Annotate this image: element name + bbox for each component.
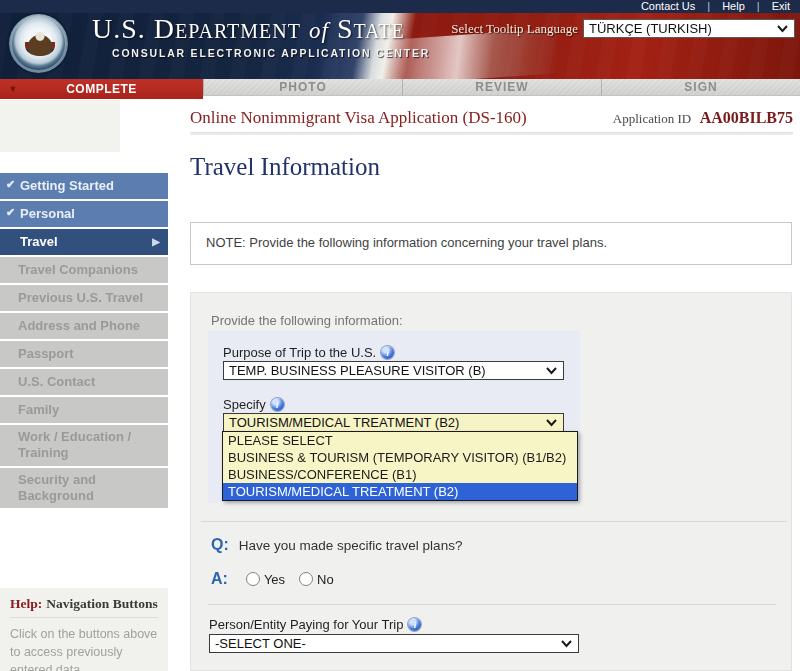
arrow-right-icon: ▶	[152, 236, 160, 249]
sidebar-item-label: Address and Phone	[18, 318, 140, 334]
help-link[interactable]: Help	[722, 0, 745, 13]
help-panel-title: Help:Navigation Buttons	[10, 596, 158, 618]
payer-label: Person/Entity Paying for Your Trip i	[209, 617, 421, 632]
specify-label-text: Specify	[223, 397, 266, 412]
sidebar-item-label: Security and Background	[18, 472, 158, 505]
application-id-block: Application ID AA00BILB75	[613, 109, 793, 127]
exit-link[interactable]: Exit	[772, 0, 790, 13]
sidebar-item-getting-started[interactable]: ✔ Getting Started	[0, 173, 168, 199]
payer-value: -SELECT ONE-	[215, 636, 306, 651]
link-separator: |	[707, 0, 710, 13]
contact-us-link[interactable]: Contact Us	[641, 0, 695, 13]
sidebar-item-label: Personal	[20, 206, 75, 222]
sidebar-item-label: Family	[18, 402, 59, 418]
tab-complete[interactable]: ▼ COMPLETE	[0, 79, 203, 99]
app-header: Contact Us | Help | Exit U.S. Department…	[0, 0, 800, 79]
sidebar-item-label: Passport	[18, 346, 74, 362]
note-box: NOTE: Provide the following information …	[190, 222, 792, 265]
sidebar-item-security-and-background[interactable]: Security and Background	[0, 468, 168, 509]
application-id-label: Application ID	[613, 111, 691, 126]
sidebar-item-passport[interactable]: Passport	[0, 341, 168, 367]
dropdown-option-tourism-medical[interactable]: TOURISM/MEDICAL TREATMENT (B2)	[223, 483, 577, 500]
sidebar-item-personal[interactable]: ✔ Personal	[0, 201, 168, 227]
radio-no[interactable]	[299, 572, 313, 586]
left-spacer-panel	[0, 100, 120, 152]
sidebar-item-us-contact[interactable]: U.S. Contact	[0, 369, 168, 395]
help-title-text: Navigation Buttons	[46, 596, 157, 611]
sidebar-item-label: Previous U.S. Travel	[18, 290, 143, 306]
sidebar-item-label: U.S. Contact	[18, 374, 95, 390]
sidebar-item-label: Travel	[20, 234, 58, 250]
help-panel-body: Click on the buttons above to access pre…	[10, 625, 158, 671]
sidebar-item-label: Work / Education / Training	[18, 429, 158, 462]
state-department-seal-icon	[7, 12, 70, 75]
help-panel: Help:Navigation Buttons Click on the but…	[0, 588, 168, 671]
application-title: Online Nonimmigrant Visa Application (DS…	[190, 108, 527, 128]
sidebar-item-travel-companions[interactable]: Travel Companions	[0, 257, 168, 283]
dropdown-option-business-conference[interactable]: BUSINESS/CONFERENCE (B1)	[223, 466, 577, 483]
question-mark-label: Q:	[211, 536, 229, 554]
section-nav: ✔ Getting Started ✔ Personal Travel ▶ Tr…	[0, 173, 168, 510]
payer-select[interactable]: -SELECT ONE-	[209, 634, 579, 653]
form-intro-text: Provide the following information:	[211, 313, 403, 328]
section-divider	[208, 604, 776, 605]
brand-block: U.S. Department of State CONSULAR ELECTR…	[92, 14, 430, 59]
page-title: Travel Information	[190, 153, 380, 181]
radio-no-label: No	[317, 572, 334, 587]
tab-complete-label: COMPLETE	[26, 82, 203, 96]
specify-value: TOURISM/MEDICAL TREATMENT (B2)	[229, 415, 459, 430]
sidebar-item-family[interactable]: Family	[0, 397, 168, 423]
brand-title-of: of	[309, 18, 329, 43]
payer-label-text: Person/Entity Paying for Your Trip	[209, 617, 403, 632]
main-content: Online Nonimmigrant Visa Application (DS…	[190, 97, 793, 671]
section-divider	[201, 521, 787, 522]
brand-title: U.S. Department of State	[92, 14, 430, 46]
sidebar-item-label: Getting Started	[20, 178, 114, 194]
specify-select[interactable]: TOURISM/MEDICAL TREATMENT (B2)	[223, 413, 564, 432]
purpose-of-trip-select[interactable]: TEMP. BUSINESS PLEASURE VISITOR (B)	[223, 361, 564, 380]
check-icon: ✔	[6, 178, 15, 192]
radio-yes-label: Yes	[264, 572, 285, 587]
tab-photo[interactable]: PHOTO	[203, 79, 402, 96]
question-text: Have you made specific travel plans?	[239, 538, 463, 553]
tab-sign[interactable]: SIGN	[601, 79, 800, 96]
sidebar-item-previous-us-travel[interactable]: Previous U.S. Travel	[0, 285, 168, 311]
info-icon[interactable]: i	[271, 398, 284, 411]
chevron-down-icon	[545, 418, 558, 427]
tab-review[interactable]: REVIEW	[402, 79, 601, 96]
tooltip-language-value: TÜRKÇE (TURKISH)	[589, 21, 712, 36]
info-icon[interactable]: i	[381, 346, 394, 359]
dropdown-option-please-select[interactable]: PLEASE SELECT	[223, 432, 577, 449]
caret-down-icon: ▼	[0, 79, 26, 99]
chevron-down-icon	[560, 639, 573, 648]
sidebar-item-label: Travel Companions	[18, 262, 138, 278]
title-divider	[190, 132, 793, 135]
sidebar-item-address-and-phone[interactable]: Address and Phone	[0, 313, 168, 339]
chevron-down-icon	[776, 24, 789, 33]
help-title-prefix: Help:	[10, 596, 42, 611]
brand-subtitle: CONSULAR ELECTRONIC APPLICATION CENTER	[112, 47, 430, 59]
utility-bar: Contact Us | Help | Exit	[0, 0, 800, 13]
purpose-of-trip-label-text: Purpose of Trip to the U.S.	[223, 345, 376, 360]
sidebar-item-travel[interactable]: Travel ▶	[0, 229, 168, 255]
sidebar-item-work-education-training[interactable]: Work / Education / Training	[0, 425, 168, 466]
check-icon: ✔	[6, 206, 15, 220]
phase-tabs: ▼ COMPLETE PHOTO REVIEW SIGN	[0, 79, 800, 99]
tooltip-language-label: Select Tooltip Language	[451, 21, 578, 37]
brand-title-left: U.S. Department	[92, 13, 301, 44]
tooltip-language-select[interactable]: TÜRKÇE (TURKISH)	[583, 19, 795, 38]
purpose-of-trip-label: Purpose of Trip to the U.S. i	[223, 345, 394, 360]
travel-form-section: Provide the following information: Purpo…	[190, 292, 792, 671]
application-id-value: AA00BILB75	[700, 109, 793, 126]
specify-label: Specify i	[223, 397, 284, 412]
chevron-down-icon	[545, 366, 558, 375]
radio-yes[interactable]	[246, 572, 260, 586]
purpose-of-trip-value: TEMP. BUSINESS PLEASURE VISITOR (B)	[229, 363, 486, 378]
dropdown-option-business-tourism[interactable]: BUSINESS & TOURISM (TEMPORARY VISITOR) (…	[223, 449, 577, 466]
info-icon[interactable]: i	[408, 618, 421, 631]
answer-mark-label: A:	[211, 570, 228, 588]
link-separator: |	[757, 0, 760, 13]
specify-dropdown-list: PLEASE SELECT BUSINESS & TOURISM (TEMPOR…	[222, 431, 578, 501]
brand-title-right: State	[337, 13, 405, 44]
